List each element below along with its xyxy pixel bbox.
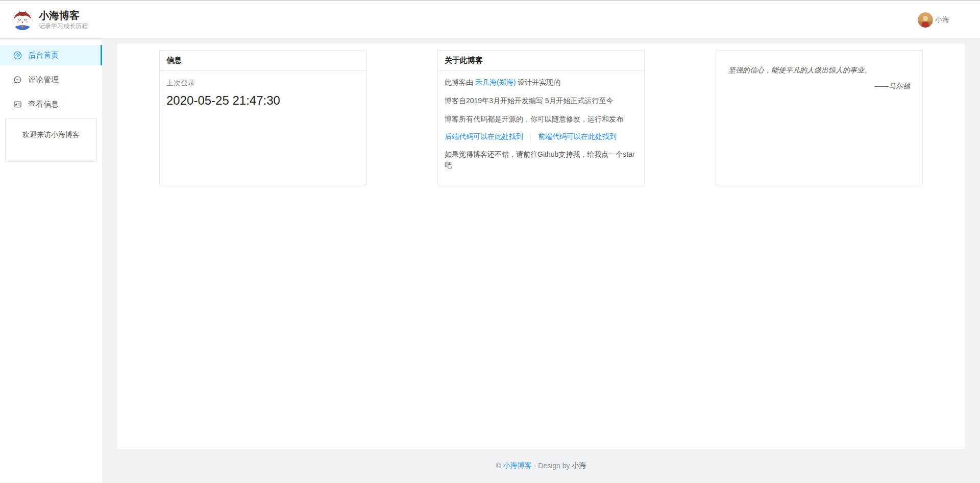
page-footer: © 小海博客 - Design by 小海 <box>117 449 965 482</box>
footer-site-link[interactable]: 小海博客 <box>503 461 532 470</box>
welcome-text: 欢迎来访小海博客 <box>22 130 80 138</box>
last-login-label: 上次登录 <box>166 77 359 88</box>
about-line-history: 博客自2019年3月开始开发编写 5月开始正式运行至今 <box>445 95 638 106</box>
author-link[interactable]: 禾几海(郑海) <box>475 78 516 86</box>
brand-home-link[interactable]: 小海博客 记录学习成长历程 <box>12 9 88 31</box>
frontend-code-link[interactable]: 前端代码可以在此处找到 <box>538 132 617 141</box>
site-title: 小海博客 <box>39 9 88 21</box>
vertical-divider <box>530 133 531 140</box>
sidebar-item-label: 后台首页 <box>28 51 59 60</box>
info-card-body: 上次登录 2020-05-25 21:47:30 <box>160 71 366 114</box>
sidebar-item-view-info[interactable]: 查看信息 <box>0 94 102 114</box>
sidebar: 后台首页 评论管理 查看信息 欢迎来访小海博客 <box>0 39 102 482</box>
about-line-star: 如果觉得博客还不错，请前往Github支持我，给我点一个star吧 <box>445 149 638 171</box>
main-panel: 信息 上次登录 2020-05-25 21:47:30 关于此博客 此博客由禾几… <box>117 43 965 449</box>
sidebar-item-label: 评论管理 <box>28 75 59 85</box>
blog-logo-icon <box>12 10 33 30</box>
welcome-card: 欢迎来访小海博客 <box>5 118 97 162</box>
about-line-author: 此博客由禾几海(郑海)设计并实现的 <box>445 77 638 88</box>
info-card-title: 信息 <box>160 51 366 71</box>
user-name: 小海 <box>935 15 949 25</box>
user-menu[interactable]: 小海 <box>918 12 949 28</box>
about-card-title: 关于此博客 <box>438 51 644 71</box>
sidebar-item-label: 查看信息 <box>28 100 59 109</box>
last-login-value: 2020-05-25 21:47:30 <box>166 93 359 108</box>
sidebar-item-dashboard[interactable]: 后台首页 <box>0 45 102 65</box>
sidebar-item-comments[interactable]: 评论管理 <box>0 69 102 90</box>
content-area: 信息 上次登录 2020-05-25 21:47:30 关于此博客 此博客由禾几… <box>102 39 980 482</box>
app-header: 小海博客 记录学习成长历程 <box>0 1 980 39</box>
idcard-icon <box>13 100 22 109</box>
dashboard-icon <box>13 51 22 60</box>
about-card: 关于此博客 此博客由禾几海(郑海)设计并实现的 博客自2019年3月开始开发编写… <box>437 50 645 185</box>
info-card: 信息 上次登录 2020-05-25 21:47:30 <box>159 50 366 185</box>
quote-text: 坚强的信心，能使平凡的人做出惊人的事业。 <box>728 64 910 76</box>
quote-card: 坚强的信心，能使平凡的人做出惊人的事业。 ——马尔顿 <box>716 50 923 185</box>
site-subtitle: 记录学习成长历程 <box>39 22 88 31</box>
footer-designer-name: 小海 <box>572 461 586 470</box>
user-avatar <box>918 12 933 28</box>
quote-author: ——马尔顿 <box>728 82 910 91</box>
backend-code-link[interactable]: 后端代码可以在此处找到 <box>445 132 523 141</box>
footer-middle-text: - Design by <box>534 462 570 470</box>
about-card-body: 此博客由禾几海(郑海)设计并实现的 博客自2019年3月开始开发编写 5月开始正… <box>438 71 644 184</box>
copyright-symbol: © <box>496 462 501 470</box>
comment-icon <box>13 76 22 84</box>
brand-text: 小海博客 记录学习成长历程 <box>39 9 88 31</box>
about-line-opensource: 博客所有代码都是开源的，你可以随意修改，运行和发布 <box>445 114 638 125</box>
code-links-row: 后端代码可以在此处找到 前端代码可以在此处找到 <box>445 132 638 141</box>
page-layout: 后台首页 评论管理 查看信息 欢迎来访小海博客 <box>0 39 980 482</box>
